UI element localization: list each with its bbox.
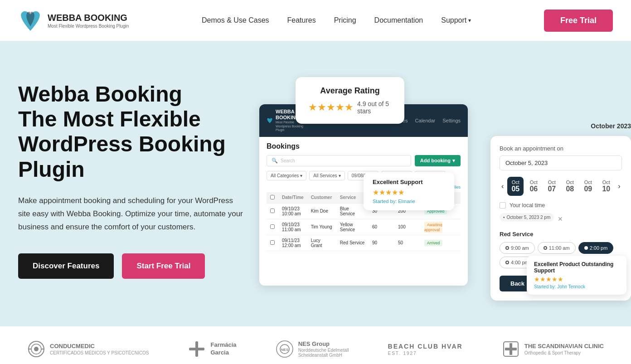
date-oct09[interactable]: Oct 09 — [580, 177, 596, 196]
svg-text:NES: NES — [281, 348, 288, 352]
farmacia-icon — [188, 340, 205, 358]
logo[interactable]: WEBBA BOOKING Most Flexible Wordpress Bo… — [18, 8, 129, 33]
slot-2pm[interactable]: 2:00 pm — [578, 242, 614, 254]
filter-category[interactable]: All Categories ▾ — [267, 171, 306, 180]
selected-time-tag: • October 5, 2023 2 pm — [500, 213, 554, 222]
chevron-down-icon: ▾ — [468, 17, 471, 24]
nav-pricing[interactable]: Pricing — [334, 16, 356, 24]
logo-scandinavian: THE SCANDINAVIAN CLINIC Orthopedic & Spo… — [502, 340, 604, 358]
search-icon: 🔍 — [272, 158, 278, 164]
logo-nes: NES NES Group Norddeutsche Edelmetall Sc… — [276, 340, 349, 358]
month-label: October 2023 — [591, 122, 631, 130]
slot-11am[interactable]: 11:00 am — [538, 242, 576, 254]
select-all-checkbox[interactable] — [270, 195, 275, 199]
date-oct08[interactable]: Oct 08 — [562, 177, 578, 196]
scandinavian-icon — [502, 340, 519, 358]
svg-rect-6 — [189, 348, 204, 350]
hero-title: Webba Booking The Most Flexible WordPres… — [18, 82, 259, 182]
logo-subtitle: Most Flexible Wordpress Booking Plugin — [48, 24, 129, 29]
logo-icon — [18, 8, 43, 33]
start-free-trial-button[interactable]: Start Free Trial — [122, 253, 205, 279]
hero-description: Make appointment booking and scheduling … — [18, 194, 245, 234]
discover-features-button[interactable]: Discover Features — [18, 253, 114, 279]
nav-links: Demos & Use Cases Features Pricing Docum… — [202, 16, 471, 24]
hero-screenshots: Average Rating ★★★★★ 4.9 out of 5 stars … — [259, 68, 613, 304]
svg-point-2 — [34, 347, 39, 351]
date-oct06[interactable]: Oct 06 — [525, 177, 542, 196]
nes-icon: NES — [276, 340, 294, 358]
logo-conducmedic: CONDUCMEDIC CERTIFICADOS MÉDICOS Y PSICO… — [27, 340, 149, 358]
next-date-button[interactable]: › — [616, 182, 622, 190]
add-booking-button[interactable]: Add booking ▾ — [415, 155, 461, 166]
slot-9am[interactable]: 9:00 am — [500, 242, 535, 254]
row-checkbox[interactable] — [270, 224, 275, 229]
filter-service[interactable]: All Services ▾ — [309, 171, 345, 180]
admin-nav-calendar[interactable]: Calendar — [415, 118, 436, 123]
local-time-checkbox[interactable] — [500, 202, 506, 209]
admin-logo-icon — [267, 115, 273, 126]
clear-time-icon[interactable]: ✕ — [558, 215, 563, 223]
logos-strip: CONDUCMEDIC CERTIFICADOS MÉDICOS Y PSICO… — [0, 326, 631, 364]
nav-features[interactable]: Features — [287, 16, 316, 24]
date-oct10[interactable]: Oct 10 — [598, 177, 614, 196]
nav-demos[interactable]: Demos & Use Cases — [202, 16, 269, 24]
rating-card: Average Rating ★★★★★ 4.9 out of 5 stars — [296, 77, 404, 124]
admin-nav-settings[interactable]: Settings — [442, 118, 461, 123]
row-checkbox[interactable] — [270, 209, 275, 213]
row-checkbox[interactable] — [270, 240, 275, 245]
table-row: 09/10/23 11:00 am Tim Young Yellow Servi… — [267, 219, 461, 235]
logo-beachclub: BEACH CLUB HVAR EST. 1927 — [388, 342, 463, 355]
conducmedic-icon — [28, 340, 45, 358]
prev-date-button[interactable]: ‹ — [500, 182, 505, 190]
outstanding-badge: Excellent Product Outstanding Support ★★… — [527, 256, 626, 295]
logo-title: WEBBA BOOKING — [48, 13, 129, 23]
logo-farmacia: Farmácia Garcia — [188, 340, 236, 358]
svg-rect-12 — [505, 348, 517, 350]
nav-documentation[interactable]: Documentation — [374, 16, 423, 24]
date-input[interactable]: October 5, 2023 — [500, 155, 622, 170]
support-badge: Excellent Support ★★★★★ Started by: Elma… — [364, 172, 454, 210]
free-trial-button[interactable]: Free Trial — [544, 10, 613, 32]
date-oct05[interactable]: Oct 05 — [507, 177, 524, 196]
table-row: 09/11/23 12:00 am Lucy Grant Red Service… — [267, 235, 461, 251]
date-oct07[interactable]: Oct 07 — [544, 177, 560, 196]
nav-support[interactable]: Support ▾ — [441, 16, 471, 24]
